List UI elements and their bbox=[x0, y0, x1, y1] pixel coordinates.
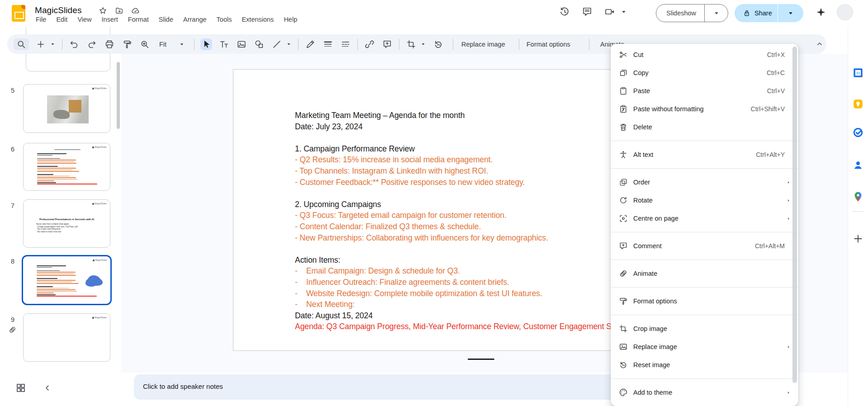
zoom-fit-select[interactable]: Fit bbox=[157, 41, 188, 48]
menu-item-reset-image[interactable]: Reset image bbox=[611, 356, 798, 374]
slideshow-button[interactable]: Slideshow bbox=[656, 4, 728, 22]
menu-item-alt-text[interactable]: Alt textCtrl+Alt+Y bbox=[611, 146, 798, 164]
thumb-text-line bbox=[37, 182, 56, 183]
toolbar-redo-icon[interactable] bbox=[86, 38, 98, 50]
toolbar-undo-icon[interactable] bbox=[68, 38, 80, 50]
toolbar-border-weight-icon[interactable] bbox=[322, 38, 334, 50]
side-panel-contacts-icon[interactable] bbox=[852, 159, 864, 171]
thumb-deer bbox=[53, 110, 70, 119]
menu-item-copy[interactable]: CopyCtrl+C bbox=[611, 64, 798, 82]
side-panel-tasks-icon[interactable] bbox=[852, 127, 864, 138]
menubar-item-help[interactable]: Help bbox=[279, 14, 302, 25]
side-panel-keep-icon[interactable] bbox=[852, 98, 864, 110]
toolbar-link-icon[interactable] bbox=[364, 38, 375, 50]
add-addon-button[interactable] bbox=[852, 233, 864, 245]
context-menu: CutCtrl+XCopyCtrl+CPasteCtrl+VPaste with… bbox=[611, 44, 798, 406]
toolbar-zoom-in-icon[interactable] bbox=[139, 38, 151, 50]
caret-down-icon[interactable] bbox=[620, 8, 628, 16]
collapse-filmstrip-button[interactable] bbox=[43, 384, 52, 392]
menubar-item-format[interactable]: Format bbox=[123, 14, 154, 25]
menu-item-paste-without-formatting[interactable]: Paste without formattingCtrl+Shift+V bbox=[611, 100, 798, 118]
thumb-text-line bbox=[37, 179, 77, 180]
menu-item-label: Format options bbox=[633, 297, 677, 305]
menu-item-comment[interactable]: CommentCtrl+Alt+M bbox=[611, 237, 798, 255]
toolbar-search-icon[interactable] bbox=[14, 38, 29, 50]
toolbar-printer-icon[interactable] bbox=[104, 38, 115, 50]
slide-thumbnail-8[interactable]: MagicSlides bbox=[22, 255, 112, 305]
toolbar-reset-image-icon[interactable] bbox=[432, 38, 444, 50]
history-icon[interactable] bbox=[559, 6, 570, 17]
menu-item-label: Paste without formatting bbox=[633, 105, 704, 113]
videocam-icon[interactable] bbox=[604, 6, 615, 17]
gemini-sparkle-icon[interactable] bbox=[816, 7, 826, 18]
menu-item-crop-image[interactable]: Crop image bbox=[611, 320, 798, 338]
menu-item-order[interactable]: Order bbox=[611, 173, 798, 191]
menubar-item-tools[interactable]: Tools bbox=[212, 14, 237, 25]
toolbar-button-replace-image[interactable]: Replace image bbox=[461, 34, 505, 54]
share-dropdown[interactable] bbox=[778, 9, 803, 17]
menubar-item-extensions[interactable]: Extensions bbox=[237, 14, 279, 25]
slide-text-line: - Q3 Focus: Targeted email campaign for … bbox=[295, 210, 642, 221]
menubar-item-insert[interactable]: Insert bbox=[97, 14, 123, 25]
top-bar: MagicSlides FileEditViewInsertFormatSlid… bbox=[0, 0, 868, 27]
thumb-text-line bbox=[37, 293, 54, 293]
toolbar-divider bbox=[194, 39, 194, 50]
toolbar-divider bbox=[519, 39, 519, 50]
side-panel-maps-icon[interactable] bbox=[852, 191, 864, 203]
toolbar-image-icon[interactable] bbox=[236, 38, 247, 50]
caret-down-icon[interactable] bbox=[420, 41, 427, 47]
toolbar-line-icon[interactable] bbox=[271, 38, 283, 50]
caret-down-icon[interactable] bbox=[285, 41, 292, 47]
menu-item-animate[interactable]: Animate bbox=[611, 264, 798, 283]
menu-item-shortcut: Ctrl+Alt+M bbox=[755, 242, 785, 250]
crop-icon bbox=[618, 324, 628, 333]
toolbar-border-dash-icon[interactable] bbox=[340, 38, 351, 50]
avatar[interactable] bbox=[837, 4, 853, 20]
menu-item-format-options[interactable]: Format options bbox=[611, 292, 798, 310]
slide-text-line bbox=[295, 243, 642, 255]
toolbar-comment-add-icon[interactable] bbox=[381, 38, 393, 50]
toolbar-button-format-options[interactable]: Format options bbox=[526, 34, 570, 54]
filmstrip-scrollbar[interactable] bbox=[117, 62, 120, 129]
toolbar-shape-icon[interactable] bbox=[253, 38, 265, 50]
thumb-text-line bbox=[37, 289, 76, 290]
toolbar-divider bbox=[399, 39, 399, 50]
slide-number-9: 9 bbox=[3, 316, 14, 323]
menu-item-label: Alt text bbox=[633, 151, 653, 158]
toolbar-plus-icon[interactable] bbox=[35, 38, 47, 50]
menubar-item-file[interactable]: File bbox=[31, 14, 51, 25]
toolbar-divider bbox=[298, 39, 299, 50]
caret-down-icon bbox=[787, 9, 795, 17]
caret-down-icon[interactable] bbox=[49, 41, 56, 47]
menu-item-paste[interactable]: PasteCtrl+V bbox=[611, 82, 798, 100]
slide-thumbnail-5[interactable]: MagicSlides bbox=[23, 84, 110, 133]
context-menu-scrollbar[interactable] bbox=[792, 47, 797, 383]
slide-body-text[interactable]: Marketing Team Meeting – Agenda for the … bbox=[295, 110, 642, 332]
menubar-item-arrange[interactable]: Arrange bbox=[178, 14, 212, 25]
share-button[interactable]: Share bbox=[735, 4, 803, 22]
menu-item-rotate[interactable]: Rotate bbox=[611, 191, 798, 209]
menu-item-label: Centre on page bbox=[633, 215, 678, 222]
side-panel-calendar-icon[interactable]: 31 bbox=[852, 67, 864, 79]
menubar-item-view[interactable]: View bbox=[72, 14, 96, 25]
slideshow-dropdown[interactable] bbox=[705, 9, 728, 17]
toolbar-pen-icon[interactable] bbox=[304, 38, 316, 50]
menu-item-cut[interactable]: CutCtrl+X bbox=[611, 46, 798, 64]
slide-thumbnail-9[interactable]: MagicSlides bbox=[23, 313, 110, 362]
toolbar-paint-format-icon[interactable] bbox=[121, 38, 133, 50]
slide-thumbnail-6[interactable]: MagicSlides bbox=[23, 143, 110, 191]
comment-icon[interactable] bbox=[582, 6, 593, 17]
collapse-toolbar-button[interactable] bbox=[815, 39, 824, 48]
menu-item-replace-image[interactable]: Replace image bbox=[611, 338, 798, 356]
grid-view-button[interactable] bbox=[15, 382, 26, 393]
slide-thumbnail-7[interactable]: MagicSlidesProfessional Presentations in… bbox=[23, 199, 110, 248]
slides-logo-icon[interactable] bbox=[12, 5, 25, 22]
menu-item-centre-on-page[interactable]: Centre on page bbox=[611, 209, 798, 227]
toolbar-cursor-icon[interactable] bbox=[200, 38, 212, 50]
menu-item-add-to-theme[interactable]: Add to theme bbox=[611, 383, 798, 401]
toolbar-textbox-icon[interactable] bbox=[218, 38, 230, 50]
menu-item-delete[interactable]: Delete bbox=[611, 118, 798, 136]
menubar-item-edit[interactable]: Edit bbox=[51, 14, 72, 25]
toolbar-crop-icon[interactable] bbox=[405, 38, 417, 50]
menubar-item-slide[interactable]: Slide bbox=[154, 14, 178, 25]
